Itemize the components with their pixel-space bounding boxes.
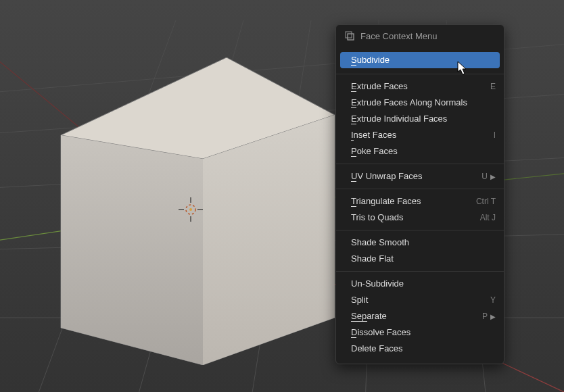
menu-separator [336, 164, 504, 164]
menu-item-shade-flat[interactable]: Shade Flat [336, 251, 504, 267]
menu-item-extrude-individual-faces[interactable]: Extrude Individual Faces [336, 111, 504, 127]
menu-separator [336, 74, 504, 74]
menu-item-shortcut: E [490, 82, 496, 91]
menu-item-label: Dissolve Faces [351, 326, 496, 339]
menu-item-uv-unwrap-faces[interactable]: UV Unwrap FacesU▶ [336, 168, 504, 185]
menu-item-label: Shade Flat [351, 253, 496, 265]
menu-item-extrude-faces[interactable]: Extrude FacesE [336, 78, 504, 95]
menu-title: Face Context Menu [360, 31, 437, 41]
menu-item-label: Tris to Quads [351, 212, 473, 224]
viewport-3d[interactable]: Face Context Menu SubdivideExtrude Faces… [0, 0, 564, 392]
menu-item-extrude-faces-along-normals[interactable]: Extrude Faces Along Normals [336, 95, 504, 111]
menu-item-triangulate-faces[interactable]: Triangulate FacesCtrl T [336, 193, 504, 210]
menu-item-label: Subdivide [351, 54, 496, 66]
menu-item-inset-faces[interactable]: Inset FacesI [336, 127, 504, 143]
face-icon [344, 30, 355, 41]
menu-item-label: Delete Faces [351, 343, 496, 355]
menu-separator [336, 271, 504, 272]
menu-item-dissolve-faces[interactable]: Dissolve Faces [336, 324, 504, 341]
y-axis [0, 213, 183, 250]
menu-item-shortcut: Ctrl T [476, 197, 496, 206]
svg-rect-23 [346, 32, 352, 38]
menu-item-label: Extrude Faces [351, 80, 484, 93]
menu-item-label: Separate [351, 310, 475, 322]
submenu-arrow-icon: ▶ [490, 173, 496, 180]
menu-item-label: Split [351, 294, 484, 306]
face-context-menu[interactable]: Face Context Menu SubdivideExtrude Faces… [335, 24, 504, 364]
submenu-arrow-icon: ▶ [490, 313, 496, 320]
svg-rect-24 [348, 34, 354, 40]
menu-item-delete-faces[interactable]: Delete Faces [336, 341, 504, 357]
menu-item-shortcut: Y [490, 295, 496, 305]
menu-item-label: Un-Subdivide [351, 278, 496, 290]
menu-item-split[interactable]: SplitY [336, 292, 504, 308]
menu-item-label: Triangulate Faces [351, 195, 469, 207]
menu-item-poke-faces[interactable]: Poke Faces [336, 143, 504, 160]
menu-item-shade-smooth[interactable]: Shade Smooth [336, 235, 504, 251]
menu-item-subdivide[interactable]: Subdivide [340, 52, 500, 68]
menu-separator [336, 230, 504, 230]
menu-item-label: Extrude Individual Faces [351, 113, 496, 125]
menu-item-shortcut: Alt J [480, 213, 496, 222]
menu-item-shortcut: U [481, 172, 488, 181]
menu-separator [336, 189, 504, 189]
svg-line-7 [250, 20, 311, 392]
menu-item-label: Extrude Faces Along Normals [351, 97, 496, 109]
menu-item-shortcut: P [482, 312, 488, 321]
menu-item-label: Inset Faces [351, 129, 487, 141]
menu-item-un-subdivide[interactable]: Un-Subdivide [336, 276, 504, 292]
menu-item-shortcut: I [494, 130, 496, 140]
menu-item-label: Shade Smooth [351, 237, 496, 249]
menu-header: Face Context Menu [336, 25, 504, 48]
menu-item-tris-to-quads[interactable]: Tris to QuadsAlt J [336, 210, 504, 226]
menu-item-separate[interactable]: SeparateP▶ [336, 308, 504, 324]
menu-item-label: Poke Faces [351, 145, 496, 157]
menu-item-label: UV Unwrap Faces [351, 170, 475, 182]
